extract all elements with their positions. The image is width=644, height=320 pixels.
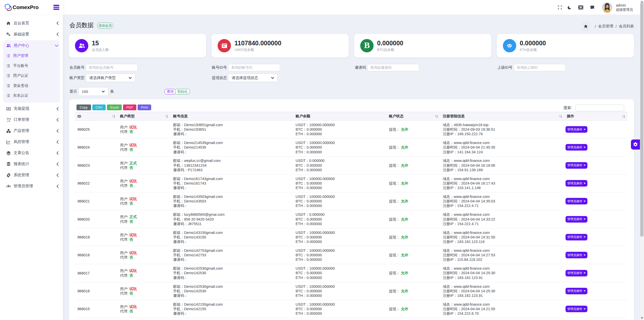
svg-text:1: 1	[580, 6, 581, 9]
